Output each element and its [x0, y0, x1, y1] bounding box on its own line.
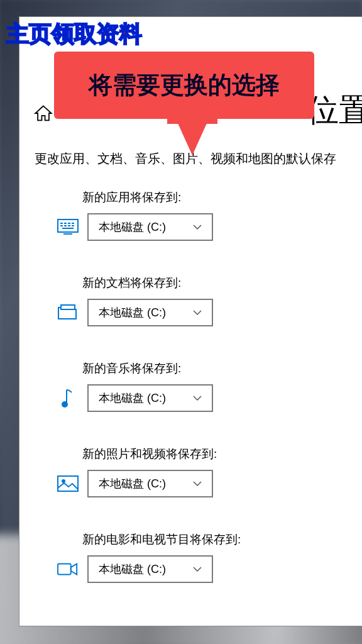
setting-label: 新的电影和电视节目将保存到: [82, 531, 362, 548]
video-icon [57, 558, 79, 580]
setting-apps: 新的应用将保存到: [57, 189, 362, 241]
chevron-down-icon [193, 310, 202, 315]
settings-list: 新的应用将保存到: [19, 167, 362, 583]
callout-arrow [175, 116, 210, 155]
svg-rect-15 [58, 564, 71, 575]
setting-label: 新的文档将保存到: [82, 275, 362, 291]
documents-location-dropdown[interactable]: 本地磁盘 (C:) [87, 299, 213, 326]
svg-rect-7 [68, 225, 70, 226]
svg-rect-2 [64, 223, 67, 224]
page-title: 位置 [307, 89, 362, 131]
setting-label: 新的音乐将保存到: [82, 360, 362, 377]
chevron-down-icon [193, 567, 202, 572]
chevron-down-icon [193, 225, 202, 230]
home-icon[interactable] [33, 104, 53, 122]
instruction-callout: 将需要更换的选择 [54, 52, 314, 119]
folder-icon [57, 302, 79, 323]
setting-label: 新的应用将保存到: [82, 189, 362, 206]
svg-rect-4 [72, 223, 74, 224]
movies-location-dropdown[interactable]: 本地磁盘 (C:) [87, 555, 213, 583]
svg-point-12 [62, 401, 68, 408]
music-location-dropdown[interactable]: 本地磁盘 (C:) [87, 384, 213, 412]
chevron-down-icon [193, 396, 202, 401]
setting-label: 新的照片和视频将保存到: [82, 446, 362, 462]
svg-rect-9 [62, 228, 74, 229]
promo-banner: 主页领取资料 [6, 19, 142, 50]
svg-point-14 [62, 479, 65, 483]
setting-documents: 新的文档将保存到: 本地磁盘 (C:) [57, 275, 362, 326]
svg-rect-1 [60, 223, 63, 224]
chevron-down-icon [193, 481, 202, 486]
svg-rect-6 [64, 225, 67, 226]
svg-rect-10 [63, 233, 72, 235]
photo-icon [57, 473, 79, 494]
music-icon [57, 387, 79, 409]
svg-rect-5 [60, 225, 63, 226]
svg-rect-13 [58, 476, 78, 491]
photos-location-dropdown[interactable]: 本地磁盘 (C:) [87, 470, 213, 497]
setting-movies: 新的电影和电视节目将保存到: 本地磁盘 (C:) [57, 531, 362, 583]
setting-photos: 新的照片和视频将保存到: 本地磁盘 (C:) [57, 446, 362, 497]
apps-location-dropdown[interactable]: 本地磁盘 (C:) [87, 213, 213, 241]
setting-music: 新的音乐将保存到: 本地磁盘 (C:) [57, 360, 362, 412]
display-icon [57, 216, 79, 238]
svg-rect-8 [72, 225, 74, 226]
svg-rect-3 [68, 223, 70, 224]
svg-rect-11 [61, 305, 75, 309]
